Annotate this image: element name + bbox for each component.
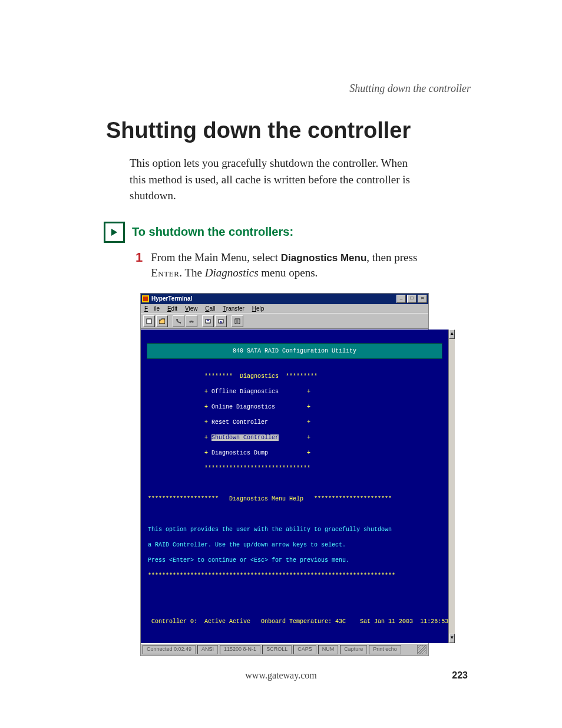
term-line: + Online Diagnostics + <box>141 403 448 411</box>
footer-url: www.gateway.com <box>245 670 316 680</box>
toolbar-call-icon[interactable] <box>173 315 184 327</box>
scroll-down-icon[interactable]: ▼ <box>449 634 455 643</box>
app-icon <box>142 295 149 302</box>
term-line: + Reset Controller + <box>141 419 448 426</box>
status-baud: 115200 8-N-1 <box>220 645 260 654</box>
window-titlebar[interactable]: HyperTerminal _ □ × <box>141 294 428 304</box>
menu-file[interactable]: File <box>144 305 160 312</box>
step-number: 1 <box>135 250 143 281</box>
document-page: Shutting down the controller Shutting do… <box>0 0 562 728</box>
toolbar-open-icon[interactable] <box>156 315 168 327</box>
status-connected: Connected 0:02:49 <box>143 645 196 654</box>
step-italic: Diagnostics <box>205 266 259 279</box>
step-body: From the Main Menu, select Diagnostics M… <box>151 250 427 281</box>
status-caps: CAPS <box>293 645 316 654</box>
terminal-area: 840 SATA RAID Configuration Utility ****… <box>141 329 428 643</box>
term-line-selected[interactable]: + Shutdown Controller + <box>141 434 448 442</box>
status-emulation: ANSI <box>197 645 218 654</box>
scroll-up-icon[interactable]: ▲ <box>449 330 455 339</box>
terminal[interactable]: 840 SATA RAID Configuration Utility ****… <box>141 330 448 643</box>
toolbar-properties-icon[interactable] <box>232 315 243 327</box>
menu-view[interactable]: View <box>185 305 198 312</box>
term-help-line: Press <Enter> to continue or <Esc> for t… <box>141 556 448 564</box>
menubar[interactable]: File Edit View Call Transfer Help <box>141 304 428 314</box>
close-button[interactable]: × <box>418 295 427 303</box>
term-line: + Diagnostics Dump + <box>141 449 448 457</box>
term-blank <box>141 587 448 595</box>
term-help-stars: ****************************************… <box>141 572 448 579</box>
step-bold-menu: Diagnostics Menu <box>281 252 366 263</box>
scrollbar[interactable]: ▲ ▼ <box>448 330 455 643</box>
running-header: Shutting down the controller <box>349 83 471 95</box>
scroll-track[interactable] <box>449 339 455 634</box>
page-footer: www.gateway.com 223 <box>0 670 562 681</box>
term-help-line: This option provides the user with the a… <box>141 526 448 533</box>
status-printecho: Print echo <box>369 645 401 654</box>
maximize-button[interactable]: □ <box>407 295 416 303</box>
term-line: ****************************** <box>141 465 448 472</box>
term-line: + Offline Diagnostics + <box>141 388 448 396</box>
term-status-line: Controller 0: Active Active Onboard Temp… <box>141 618 448 625</box>
task-title: To shutdown the controllers: <box>132 225 293 239</box>
menu-call[interactable]: Call <box>205 305 215 312</box>
svg-marker-0 <box>111 229 117 236</box>
intro-paragraph: This option lets you gracefully shutdown… <box>130 155 415 204</box>
term-blank <box>141 602 448 610</box>
status-capture: Capture <box>340 645 367 654</box>
status-num: NUM <box>318 645 339 654</box>
toolbar-send-icon[interactable] <box>202 315 214 327</box>
step-text: , then press <box>366 251 417 263</box>
page-number: 223 <box>452 670 468 681</box>
step-text: menu opens. <box>259 266 318 279</box>
term-help-header: ******************** Diagnostics Menu He… <box>141 495 448 503</box>
menu-edit[interactable]: Edit <box>167 305 177 312</box>
step-smallcaps-key: Enter <box>151 266 179 279</box>
step-1: 1 From the Main Menu, select Diagnostics… <box>135 250 427 281</box>
resize-grip-icon[interactable] <box>417 645 427 654</box>
menu-help[interactable]: Help <box>252 305 265 312</box>
svg-rect-2 <box>143 297 148 301</box>
toolbar-new-icon[interactable] <box>143 315 155 327</box>
task-heading: To shutdown the controllers: <box>104 222 509 243</box>
page-title: Shutting down the controller <box>106 118 509 143</box>
hyperterminal-window: HyperTerminal _ □ × File Edit View Call … <box>140 293 429 656</box>
statusbar: Connected 0:02:49 ANSI 115200 8-N-1 SCRO… <box>141 643 428 655</box>
terminal-banner: 840 SATA RAID Configuration Utility <box>147 343 442 359</box>
status-scroll: SCROLL <box>262 645 292 654</box>
svg-rect-3 <box>147 319 151 324</box>
toolbar-receive-icon[interactable] <box>215 315 227 327</box>
term-blank <box>141 510 448 518</box>
menu-transfer[interactable]: Transfer <box>223 305 244 312</box>
term-blank <box>141 480 448 487</box>
term-line: ******** Diagnostics ********* <box>141 373 448 380</box>
minimize-button[interactable]: _ <box>396 295 406 303</box>
toolbar-hangup-icon[interactable] <box>186 315 197 327</box>
svg-marker-4 <box>159 319 165 324</box>
step-text: . The <box>179 266 204 279</box>
term-help-line: a RAID Controller. Use the up/down arrow… <box>141 541 448 549</box>
task-arrow-icon <box>104 222 125 243</box>
window-title: HyperTerminal <box>151 295 192 302</box>
toolbar <box>141 314 428 329</box>
step-text: From the Main Menu, select <box>151 251 281 263</box>
